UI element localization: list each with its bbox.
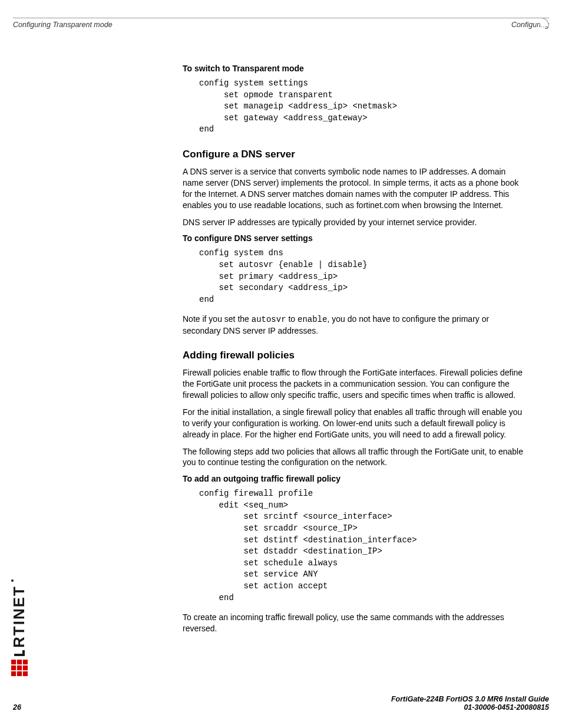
proc-switch-mode-title: To switch to Transparent mode (183, 64, 524, 73)
dns-para2: DNS server IP addresses are typically pr… (183, 217, 524, 228)
doc-info: FortiGate-224B FortiOS 3.0 MR6 Install G… (391, 695, 549, 711)
firewall-para1: Firewall policies enable traffic to flow… (183, 367, 524, 401)
proc-dns-title: To configure DNS server settings (183, 233, 524, 243)
svg-rect-5 (16, 660, 21, 664)
firewall-para2: For the initial installation, a single f… (183, 407, 524, 440)
section-dns-title: Configure a DNS server (183, 149, 524, 160)
fortinet-logo-icon (11, 660, 28, 676)
svg-rect-1 (11, 666, 16, 670)
header-left: Configuring Transparent mode (13, 21, 113, 29)
code-dns: config system dns set autosvr {enable | … (199, 248, 524, 305)
svg-rect-2 (11, 660, 16, 664)
fortinet-logo: RTINET (10, 579, 28, 676)
page-number: 26 (13, 703, 21, 711)
document-page: Configuring Transparent mode Configuring… (0, 0, 562, 728)
dns-note: Note if you set the autosvr to enable, y… (183, 314, 524, 337)
fortinet-logo-dot-icon (11, 579, 14, 582)
svg-rect-6 (22, 671, 27, 676)
section-firewall-title: Adding firewall policies (183, 350, 524, 361)
svg-rect-3 (16, 671, 21, 676)
page-footer: 26 FortiGate-224B FortiOS 3.0 MR6 Instal… (13, 695, 549, 711)
main-content: To switch to Transparent mode config sys… (183, 64, 524, 640)
firewall-para4: To create an incoming traffic firewall p… (183, 612, 524, 634)
page-header: Configuring Transparent mode Configuring (13, 18, 549, 29)
svg-rect-4 (16, 666, 21, 670)
svg-rect-0 (11, 671, 16, 676)
fortinet-logo-text: RTINET (10, 585, 28, 648)
code-switch-mode: config system settings set opmode transp… (199, 78, 524, 136)
header-right: Configuring (511, 21, 549, 29)
doc-title: FortiGate-224B FortiOS 3.0 MR6 Install G… (391, 695, 549, 703)
firewall-para3: The following steps add two policies tha… (183, 446, 524, 469)
svg-rect-7 (22, 666, 27, 670)
doc-number: 01-30006-0451-20080815 (391, 703, 549, 711)
code-firewall: config firewall profile edit <seq_num> s… (199, 488, 524, 604)
proc-firewall-title: To add an outgoing traffic firewall poli… (183, 474, 524, 483)
fortinet-logo-f-icon (14, 650, 25, 656)
dns-para1: A DNS server is a service that converts … (183, 166, 524, 211)
svg-rect-8 (22, 660, 27, 664)
